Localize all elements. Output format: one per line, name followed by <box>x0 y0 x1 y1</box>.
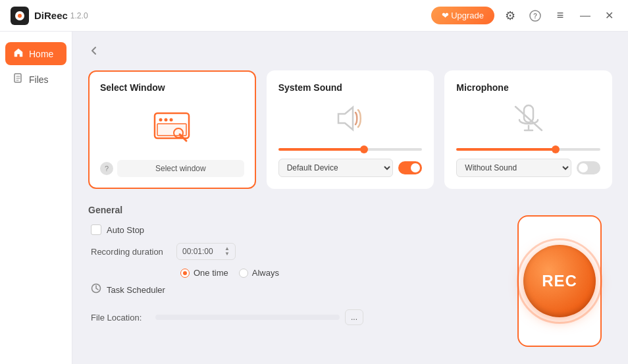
general-section-title: General <box>88 205 507 215</box>
app-version: 1.2.0 <box>70 11 88 20</box>
radio-always-label: Always <box>252 268 279 278</box>
auto-stop-checkbox-label[interactable]: Auto Stop <box>91 224 144 235</box>
svg-text:?: ? <box>533 13 537 20</box>
sidebar-files-label: Files <box>29 74 49 85</box>
file-path-display <box>155 315 340 320</box>
close-button[interactable]: ✕ <box>601 7 617 24</box>
sidebar-home-label: Home <box>29 49 53 59</box>
volume-slider-input[interactable] <box>278 148 423 151</box>
repeat-options: One time Always <box>180 268 507 278</box>
duration-spinner[interactable]: ▲ ▼ <box>224 246 230 257</box>
home-icon <box>13 47 24 60</box>
help-icon[interactable]: ? <box>100 162 113 175</box>
source-cards: Select Window ? Select window <box>88 70 612 189</box>
upgrade-button[interactable]: ❤ Upgrade <box>431 7 494 24</box>
system-sound-volume-slider <box>278 142 423 153</box>
microphone-title: Microphone <box>456 82 508 93</box>
system-sound-toggle[interactable] <box>398 161 422 174</box>
content-area: Select Window ? Select window <box>72 32 628 364</box>
recording-duration-row: Recording duration 00:01:00 ▲ ▼ <box>88 243 507 260</box>
auto-stop-label: Auto Stop <box>107 225 144 235</box>
rec-button-label: REC <box>542 272 577 290</box>
title-bar: DiReec 1.2.0 ❤ Upgrade ⚙ ? ≡ — ✕ <box>0 0 628 32</box>
rec-button-wrapper: REC <box>517 215 602 347</box>
svg-point-4 <box>159 118 163 122</box>
rec-button[interactable]: REC <box>523 245 596 317</box>
lower-content: General Auto Stop Recording duration 00:… <box>88 205 612 357</box>
svg-rect-9 <box>524 105 533 122</box>
duration-value: 00:01:00 <box>182 247 213 256</box>
file-location-row: File Location: ... <box>88 309 507 325</box>
radio-always[interactable]: Always <box>239 268 279 278</box>
app-name: DiReec <box>34 10 68 21</box>
task-scheduler-row[interactable]: Task Scheduler <box>88 283 507 296</box>
main-layout: Home Files Select Window <box>0 32 628 364</box>
general-section: General Auto Stop Recording duration 00:… <box>88 205 507 357</box>
system-sound-device-row: Default Device <box>278 159 423 177</box>
svg-point-5 <box>165 118 168 122</box>
microphone-volume-slider[interactable] <box>456 148 600 151</box>
select-window-title: Select Window <box>100 82 165 93</box>
system-sound-title: System Sound <box>278 82 342 93</box>
settings-icon-btn[interactable]: ⚙ <box>501 7 519 25</box>
microphone-toggle[interactable] <box>577 161 600 174</box>
select-window-icon <box>152 101 192 155</box>
rec-panel: REC <box>507 205 612 357</box>
microphone-device-select[interactable]: Without Sound <box>456 159 571 177</box>
task-scheduler-label: Task Scheduler <box>107 285 165 295</box>
sidebar-item-files[interactable]: Files <box>5 68 66 91</box>
microphone-device-row: Without Sound <box>456 159 600 177</box>
back-button[interactable] <box>88 45 100 60</box>
task-scheduler-icon <box>91 283 101 296</box>
radio-always-btn[interactable] <box>239 269 248 278</box>
source-card-microphone[interactable]: Microphone <box>444 70 612 189</box>
svg-point-6 <box>170 118 173 122</box>
recording-duration-input[interactable]: 00:01:00 ▲ ▼ <box>176 243 236 260</box>
title-bar-actions: ❤ Upgrade ⚙ ? ≡ — ✕ <box>431 7 617 25</box>
files-icon <box>13 73 24 86</box>
radio-one-time-label: One time <box>194 268 228 278</box>
radio-one-time[interactable]: One time <box>180 268 228 278</box>
microphone-icon <box>510 101 547 136</box>
auto-stop-checkbox[interactable] <box>91 224 101 235</box>
question-icon-btn[interactable]: ? <box>526 7 544 25</box>
source-card-select-window[interactable]: Select Window ? Select window <box>88 70 256 189</box>
menu-icon-btn[interactable]: ≡ <box>551 7 569 25</box>
app-logo <box>11 7 29 25</box>
select-window-button[interactable]: Select window <box>117 160 244 177</box>
sidebar-item-home[interactable]: Home <box>5 42 66 65</box>
sidebar: Home Files <box>0 32 72 364</box>
select-window-footer: ? Select window <box>100 160 244 177</box>
system-sound-icon <box>332 101 369 136</box>
source-card-system-sound[interactable]: System Sound Default Device <box>267 70 434 189</box>
recording-duration-label: Recording duration <box>91 247 176 257</box>
minimize-button[interactable]: — <box>576 7 594 24</box>
file-more-button[interactable]: ... <box>345 309 363 325</box>
file-location-label: File Location: <box>91 313 150 323</box>
system-sound-device-select[interactable]: Default Device <box>278 159 394 177</box>
microphone-volume-slider-container <box>456 142 600 153</box>
radio-one-time-btn[interactable] <box>180 269 190 278</box>
auto-stop-row: Auto Stop <box>88 224 507 235</box>
